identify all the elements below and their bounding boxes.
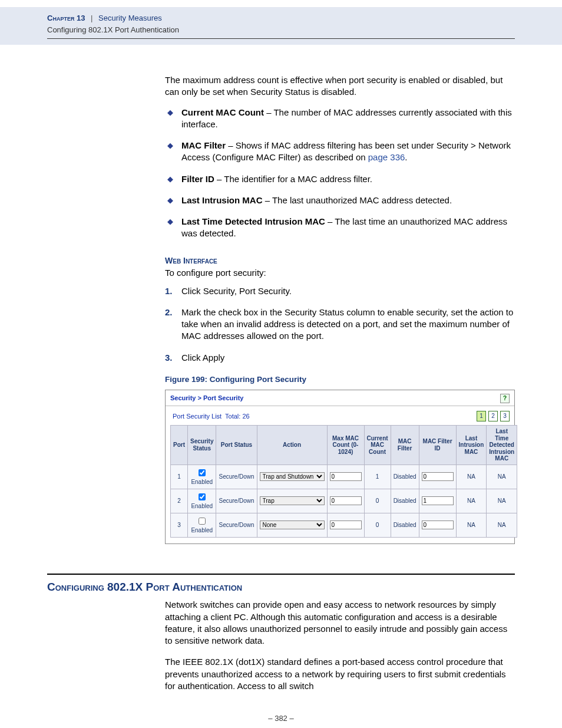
- bullet-last-intrusion-mac: Last Intrusion MAC – The last unauthoriz…: [165, 195, 515, 206]
- col-action: Action: [257, 426, 327, 465]
- cell-action: Trap and Shutdown: [257, 465, 327, 489]
- cell-action: Trap: [257, 489, 327, 513]
- col-current-mac: Current MAC Count: [364, 426, 391, 465]
- table-header-row: Port Security Status Port Status Action …: [171, 426, 517, 465]
- cell-port: 2: [171, 489, 188, 513]
- cell-current-mac: 0: [364, 513, 391, 537]
- bullet-label: MAC Filter: [181, 140, 226, 150]
- cell-mac-filter-id: [419, 489, 456, 513]
- step-2: Mark the check box in the Security Statu…: [165, 307, 515, 342]
- port-security-screenshot: Security > Port Security ? Port Security…: [165, 390, 515, 544]
- table-row: 3EnabledSecure/DownNone0DisabledNANA: [171, 513, 517, 537]
- list-label: Port Security List: [173, 413, 222, 420]
- cell-last-intrusion: NA: [456, 513, 487, 537]
- port-security-table: Port Security Status Port Status Action …: [170, 425, 517, 538]
- table-row: 2EnabledSecure/DownTrap0DisabledNANA: [171, 489, 517, 513]
- help-icon[interactable]: ?: [500, 394, 510, 403]
- web-interface-heading: Web Interface: [165, 255, 515, 266]
- cell-last-time: NA: [487, 489, 517, 513]
- pager-2[interactable]: 2: [488, 411, 498, 421]
- security-label: Enabled: [191, 527, 213, 533]
- step-3: Click Apply: [165, 352, 515, 364]
- col-security-status: Security Status: [188, 426, 216, 465]
- col-max-mac: Max MAC Count (0-1024): [327, 426, 364, 465]
- action-select[interactable]: Trap and Shutdown: [260, 472, 325, 481]
- cell-port: 3: [171, 513, 188, 537]
- cell-security-status: Enabled: [188, 489, 216, 513]
- cell-security-status: Enabled: [188, 465, 216, 489]
- filter-id-input[interactable]: [422, 496, 454, 505]
- security-label: Enabled: [191, 479, 213, 485]
- cell-mac-filter-id: [419, 465, 456, 489]
- bullet-label: Current MAC Count: [181, 107, 264, 117]
- cell-port-status: Secure/Down: [216, 513, 257, 537]
- filter-id-input[interactable]: [422, 521, 454, 529]
- action-select[interactable]: Trap: [260, 496, 325, 505]
- cell-current-mac: 1: [364, 465, 391, 489]
- bullet-mac-filter: MAC Filter – Shows if MAC address filter…: [165, 140, 515, 164]
- cell-mac-filter: Disabled: [391, 465, 419, 489]
- figure-caption: Figure 199: Configuring Port Security: [165, 374, 515, 385]
- security-checkbox[interactable]: [199, 518, 206, 525]
- max-mac-input[interactable]: [330, 472, 362, 481]
- bullet-label: Last Intrusion MAC: [181, 195, 263, 205]
- cell-last-intrusion: NA: [456, 465, 487, 489]
- section-paragraph-1: Network switches can provide open and ea…: [165, 599, 515, 647]
- table-row: 1EnabledSecure/DownTrap and Shutdown1Dis…: [171, 465, 517, 489]
- security-checkbox[interactable]: [199, 493, 206, 500]
- bullet-text: – The identifier for a MAC address filte…: [214, 174, 372, 184]
- col-mac-filter: MAC Filter: [391, 426, 419, 465]
- col-port: Port: [171, 426, 188, 465]
- cell-last-intrusion: NA: [456, 489, 487, 513]
- action-select[interactable]: None: [260, 521, 325, 529]
- max-mac-input[interactable]: [330, 496, 362, 505]
- filter-id-input[interactable]: [422, 472, 454, 481]
- bullet-current-mac-count: Current MAC Count – The number of MAC ad…: [165, 107, 515, 131]
- cell-security-status: Enabled: [188, 513, 216, 537]
- header-subtitle: Configuring 802.1X Port Authentication: [47, 25, 515, 35]
- bullet-label: Last Time Detected Intrusion MAC: [181, 216, 325, 226]
- bullet-text: – The last unauthorized MAC address dete…: [263, 195, 452, 205]
- cell-port-status: Secure/Down: [216, 489, 257, 513]
- page-number: – 382 –: [0, 713, 562, 724]
- col-port-status: Port Status: [216, 426, 257, 465]
- cell-action: None: [257, 513, 327, 537]
- cell-port: 1: [171, 465, 188, 489]
- cell-last-time: NA: [487, 465, 517, 489]
- step-1: Click Security, Port Security.: [165, 285, 515, 297]
- web-intro: To configure port security:: [165, 267, 515, 279]
- cell-mac-filter: Disabled: [391, 489, 419, 513]
- intro-paragraph: The maximum address count is effective w…: [165, 74, 515, 98]
- cell-max-mac: [327, 513, 364, 537]
- cell-max-mac: [327, 465, 364, 489]
- max-mac-input[interactable]: [330, 521, 362, 529]
- cell-max-mac: [327, 489, 364, 513]
- cell-mac-filter-id: [419, 513, 456, 537]
- col-mac-filter-id: MAC Filter ID: [419, 426, 456, 465]
- bullet-label: Filter ID: [181, 174, 214, 184]
- cell-port-status: Secure/Down: [216, 465, 257, 489]
- col-last-time: Last Time Detected Intrusion MAC: [487, 426, 517, 465]
- security-checkbox[interactable]: [199, 469, 206, 476]
- bullet-last-time-detected: Last Time Detected Intrusion MAC – The l…: [165, 216, 515, 240]
- page-header: Chapter 13 | Security Measures Configuri…: [0, 7, 562, 45]
- page-link[interactable]: page 336: [368, 152, 405, 162]
- col-last-intrusion: Last Intrusion MAC: [456, 426, 487, 465]
- bullet-text: – Shows if MAC address filtering has bee…: [181, 140, 511, 162]
- steps-list: Click Security, Port Security. Mark the …: [165, 285, 515, 364]
- cell-mac-filter: Disabled: [391, 513, 419, 537]
- pager-3[interactable]: 3: [500, 411, 510, 421]
- section-heading: Configuring 802.1X Port Authentication: [47, 579, 515, 595]
- chapter-label: Chapter 13: [47, 14, 85, 22]
- bullet-filter-id: Filter ID – The identifier for a MAC add…: [165, 173, 515, 185]
- chapter-title: Security Measures: [98, 14, 162, 22]
- section-divider: [47, 574, 515, 575]
- pager-group: 1 2 3: [477, 411, 510, 421]
- cell-last-time: NA: [487, 513, 517, 537]
- cell-current-mac: 0: [364, 489, 391, 513]
- breadcrumb: Security > Port Security: [170, 394, 243, 403]
- separator: |: [91, 14, 92, 22]
- pager-1[interactable]: 1: [477, 411, 486, 421]
- bullet-text-end: .: [405, 152, 407, 162]
- total-count: Total: 26: [225, 413, 250, 420]
